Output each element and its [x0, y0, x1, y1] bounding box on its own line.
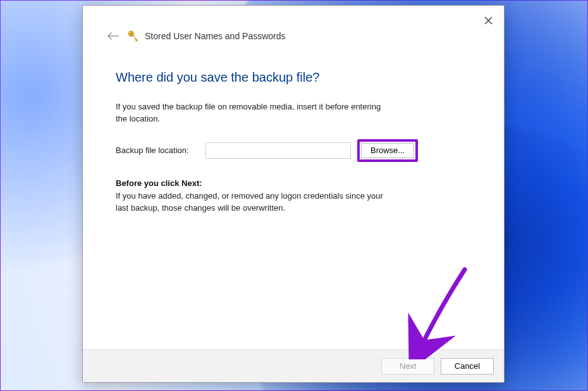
- cancel-button[interactable]: Cancel: [441, 358, 494, 375]
- key-icon: [127, 30, 140, 42]
- file-location-label: Backup file location:: [116, 146, 199, 155]
- annotation-highlight: Browse...: [357, 139, 418, 162]
- file-location-row: Backup file location: Browse...: [116, 139, 471, 162]
- dialog-body: Where did you save the backup file? If y…: [83, 45, 504, 349]
- dialog-title: Stored User Names and Passwords: [145, 31, 286, 41]
- back-button[interactable]: [104, 27, 122, 45]
- dialog-title-row: Stored User Names and Passwords: [83, 27, 504, 45]
- wizard-dialog: Stored User Names and Passwords Where di…: [82, 5, 505, 383]
- close-button[interactable]: [479, 11, 498, 30]
- next-button[interactable]: Next: [381, 358, 434, 375]
- file-location-input[interactable]: [205, 142, 351, 159]
- browse-button[interactable]: Browse...: [361, 143, 414, 158]
- close-icon: [484, 16, 493, 25]
- page-heading: Where did you save the backup file?: [116, 70, 471, 85]
- back-arrow-icon: [107, 32, 119, 40]
- warning-heading: Before you click Next:: [116, 178, 471, 188]
- svg-point-1: [130, 33, 132, 35]
- warning-text: If you have added, changed, or removed a…: [116, 190, 388, 214]
- instruction-text: If you saved the backup file on removabl…: [116, 101, 388, 125]
- dialog-footer: Next Cancel: [83, 349, 504, 382]
